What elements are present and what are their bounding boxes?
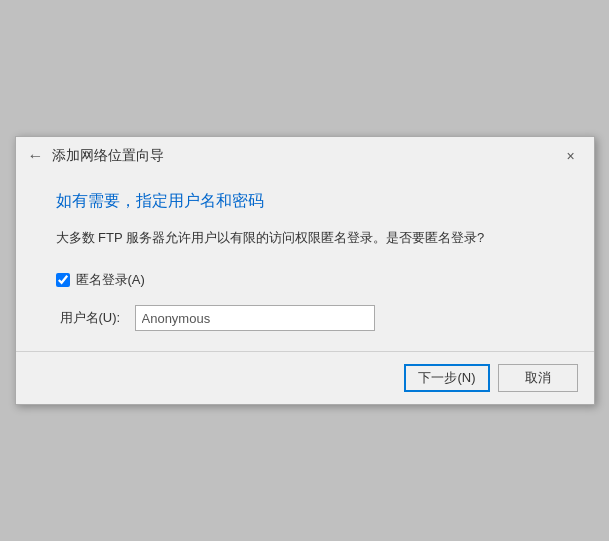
- content-description: 大多数 FTP 服务器允许用户以有限的访问权限匿名登录。是否要匿名登录?: [56, 228, 554, 248]
- username-field-row: 用户名(U):: [60, 305, 554, 331]
- username-input[interactable]: [135, 305, 375, 331]
- dialog-footer: 下一步(N) 取消: [16, 351, 594, 404]
- dialog-content: 如有需要，指定用户名和密码 大多数 FTP 服务器允许用户以有限的访问权限匿名登…: [16, 171, 594, 352]
- anonymous-login-label[interactable]: 匿名登录(A): [76, 271, 145, 289]
- username-label: 用户名(U):: [60, 309, 125, 327]
- anonymous-login-checkbox[interactable]: [56, 273, 70, 287]
- anonymous-login-row: 匿名登录(A): [56, 271, 554, 289]
- title-bar: ← 添加网络位置向导 ×: [16, 137, 594, 171]
- add-network-location-dialog: ← 添加网络位置向导 × 如有需要，指定用户名和密码 大多数 FTP 服务器允许…: [15, 136, 595, 406]
- dialog-title: 添加网络位置向导: [52, 147, 164, 165]
- back-arrow-icon[interactable]: ←: [28, 147, 44, 165]
- content-heading: 如有需要，指定用户名和密码: [56, 191, 554, 212]
- close-button[interactable]: ×: [560, 145, 582, 167]
- next-button[interactable]: 下一步(N): [404, 364, 489, 392]
- cancel-button[interactable]: 取消: [498, 364, 578, 392]
- title-bar-left: ← 添加网络位置向导: [28, 147, 164, 165]
